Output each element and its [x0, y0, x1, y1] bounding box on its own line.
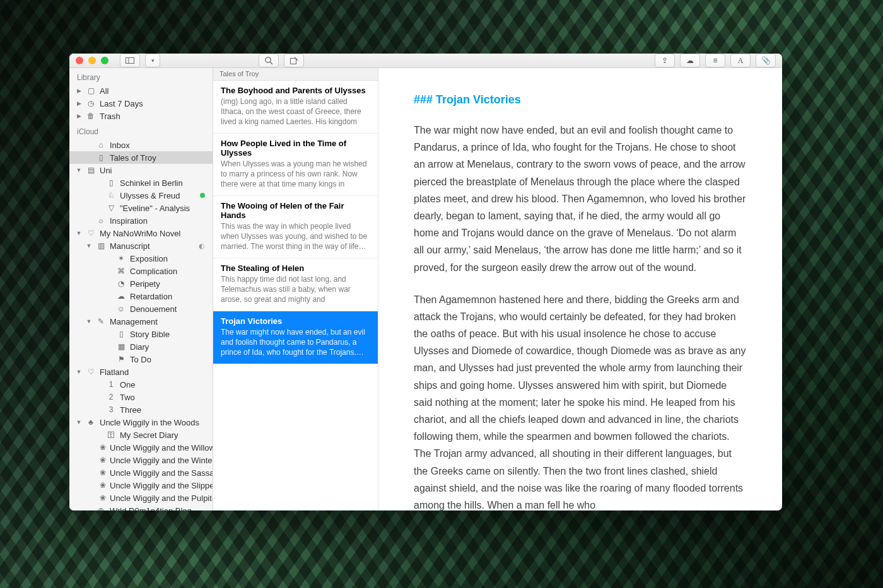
disclosure-triangle-icon[interactable]: ▼ — [76, 419, 82, 425]
sidebar-item-ulysses-freud[interactable]: ♘Ulysses & Freud — [69, 189, 213, 202]
note-title: The Stealing of Helen — [221, 263, 370, 273]
font-icon: A — [738, 56, 744, 66]
note-list-header: Tales of Troy — [213, 68, 378, 81]
editor[interactable]: ### Trojan Victories The war might now h… — [378, 68, 782, 510]
attachments-button[interactable]: 📎 — [756, 54, 776, 67]
svg-rect-0 — [126, 58, 134, 64]
sidebar-item-label: Uncle Wiggily and the Willow Tree — [110, 443, 213, 453]
disclosure-triangle-icon[interactable]: ▶ — [76, 100, 82, 107]
sidebar-item-retardation[interactable]: ☁Retardation — [69, 290, 213, 303]
sidebar-toggle-button[interactable] — [120, 54, 140, 67]
heart-icon: ♡ — [86, 367, 96, 376]
note-list-item[interactable]: The Wooing of Helen of the Fair HandsThi… — [213, 196, 378, 258]
note-list-item[interactable]: The Boyhood and Parents of Ulysses(img) … — [213, 81, 378, 134]
sidebar-item-two[interactable]: 2Two — [69, 391, 213, 403]
sidebar-item-uncle-wiggily-and-the-willow-tree[interactable]: ❀Uncle Wiggily and the Willow Tree — [69, 441, 213, 454]
share-icon: ⇪ — [662, 56, 668, 65]
svg-line-3 — [270, 62, 272, 64]
sidebar-item-story-bible[interactable]: ▯Story Bible — [69, 328, 213, 340]
close-icon[interactable] — [76, 57, 83, 64]
sun-icon: ☼ — [96, 216, 106, 225]
search-icon — [264, 56, 273, 65]
sidebar-item-to-do[interactable]: ⚑To Do — [69, 353, 213, 366]
sidebar-dropdown-button[interactable]: ▾ — [145, 54, 160, 67]
sidebar-item-schinkel-in-berlin[interactable]: ▯Schinkel in Berlin — [69, 176, 213, 189]
sidebar-item-inbox[interactable]: ⌂Inbox — [69, 139, 213, 151]
disclosure-triangle-icon[interactable]: ▼ — [76, 230, 82, 236]
compose-button[interactable] — [284, 54, 304, 67]
sidebar-item-uncle-wiggily-and-the-wintergreen[interactable]: ❀Uncle Wiggily and the Wintergreen — [69, 454, 213, 466]
disclosure-triangle-icon[interactable]: ▼ — [86, 243, 92, 249]
sidebar-item-exposition[interactable]: ✶Exposition — [69, 252, 213, 265]
typography-button[interactable]: A — [730, 54, 751, 67]
sidebar-item-denouement[interactable]: ☺Denouement — [69, 303, 213, 315]
sidebar-item-peripety[interactable]: ◔Peripety — [69, 277, 213, 290]
sidebar-item-label: Inbox — [110, 141, 130, 150]
sidebar-item-uncle-wiggily-in-the-woods[interactable]: ▼♣Uncle Wiggily in the Woods — [69, 416, 213, 429]
sidebar-item-label: Uncle Wiggily and the Slippery Elm — [110, 481, 213, 490]
note-list-item[interactable]: How People Lived in the Time of UlyssesW… — [213, 134, 378, 196]
sidebar-item-label: Exposition — [130, 254, 168, 263]
sidebar-item-uncle-wiggily-and-the-pulpit-jack[interactable]: ❀Uncle Wiggily and the Pulpit-Jack — [69, 492, 213, 504]
clip-icon: ✎ — [96, 317, 106, 326]
spark-icon: ✶ — [116, 254, 126, 263]
status-dot-icon — [200, 193, 205, 198]
sidebar-item-label: Flatland — [100, 367, 129, 377]
sidebar-item-all[interactable]: ▶▢All — [69, 84, 213, 97]
note-list-item[interactable]: The Stealing of HelenThis happy time did… — [213, 258, 378, 311]
num3-icon: 3 — [106, 405, 116, 414]
note-list-item[interactable]: Trojan VictoriesThe war might now have e… — [213, 311, 378, 364]
sidebar-item-tales-of-troy[interactable]: ▯Tales of Troy — [69, 151, 213, 164]
disclosure-triangle-icon[interactable]: ▼ — [86, 318, 92, 325]
sidebar-item-label: My NaNoWriMo Novel — [100, 229, 180, 238]
minimize-icon[interactable] — [88, 57, 96, 64]
outline-button[interactable]: ≡ — [705, 54, 725, 67]
disclosure-triangle-icon[interactable]: ▼ — [76, 167, 82, 173]
sidebar-item-my-secret-diary[interactable]: ⚿My Secret Diary — [69, 429, 213, 441]
share-button[interactable]: ⇪ — [655, 54, 675, 67]
stack-icon: ▢ — [86, 86, 96, 95]
sidebar-item-last-7-days[interactable]: ▶◷Last 7 Days — [69, 97, 213, 110]
sidebar-item-management[interactable]: ▼✎Management — [69, 315, 213, 328]
sidebar-item-label: Peripety — [130, 279, 160, 289]
folder-icon: ▥ — [96, 241, 106, 250]
sidebar-item-trash[interactable]: ▶🗑Trash — [69, 110, 213, 122]
sidebar-item-label: My Secret Diary — [120, 430, 178, 440]
disclosure-triangle-icon[interactable]: ▶ — [76, 88, 82, 94]
svg-rect-4 — [291, 59, 296, 64]
sidebar-item-complication[interactable]: ⌘Complication — [69, 265, 213, 277]
disclosure-triangle-icon[interactable]: ▶ — [76, 113, 82, 119]
sidebar-item-wrld-d0m1n4tion-blog[interactable]: ⊕Wrld D0m1n4tion Blog — [69, 504, 213, 510]
fullscreen-icon[interactable] — [101, 57, 108, 64]
search-button[interactable] — [259, 54, 279, 67]
sidebar-item-eveline-analysis[interactable]: ▽"Eveline" - Analysis — [69, 202, 213, 214]
doc-icon: ▯ — [96, 153, 106, 162]
sidebar-item-label: Uncle Wiggily in the Woods — [100, 418, 199, 427]
sidebar-item-uncle-wiggily-and-the-sassafras[interactable]: ❀Uncle Wiggily and the Sassafras — [69, 466, 213, 479]
sidebar-item-inspiration[interactable]: ☼Inspiration — [69, 214, 213, 227]
cloud-button[interactable]: ☁︎ — [680, 54, 700, 67]
sidebar-item-diary[interactable]: ▦Diary — [69, 340, 213, 353]
note-preview: This was the way in which people lived w… — [221, 221, 370, 251]
acorn-icon: ❀ — [100, 443, 106, 452]
num2-icon: 2 — [106, 393, 116, 401]
sidebar-item-uncle-wiggily-and-the-slippery-elm[interactable]: ❀Uncle Wiggily and the Slippery Elm — [69, 479, 213, 492]
sidebar-item-manuscript[interactable]: ▼▥Manuscript◐ — [69, 239, 213, 252]
sidebar-item-label: "Eveline" - Analysis — [120, 204, 190, 213]
smile-icon: ☺ — [116, 304, 126, 313]
sidebar-item-flatland[interactable]: ▼♡Flatland — [69, 366, 213, 378]
note-list: Tales of Troy The Boyhood and Parents of… — [213, 68, 378, 510]
sidebar-item-one[interactable]: 1One — [69, 378, 213, 391]
sidebar-item-label: Schinkel in Berlin — [120, 178, 183, 188]
note-preview: This happy time did not last long, and T… — [221, 274, 370, 304]
sidebar-item-three[interactable]: 3Three — [69, 403, 213, 416]
editor-paragraph: Then Agamemnon hastened here and there, … — [414, 291, 747, 510]
sidebar-item-my-nanowrimo-novel[interactable]: ▼♡My NaNoWriMo Novel — [69, 227, 213, 239]
dial-icon: ◔ — [116, 279, 126, 288]
sidebar-item-label: One — [120, 380, 136, 389]
app-window: ▾ ⇪ ☁︎ ≡ A 📎 Library ▶▢All▶◷Last 7 Days▶… — [69, 54, 782, 510]
progress-moon-icon: ◐ — [199, 242, 205, 250]
sidebar-item-uni[interactable]: ▼▤Uni — [69, 164, 213, 176]
svg-point-2 — [266, 57, 271, 62]
disclosure-triangle-icon[interactable]: ▼ — [76, 369, 82, 375]
